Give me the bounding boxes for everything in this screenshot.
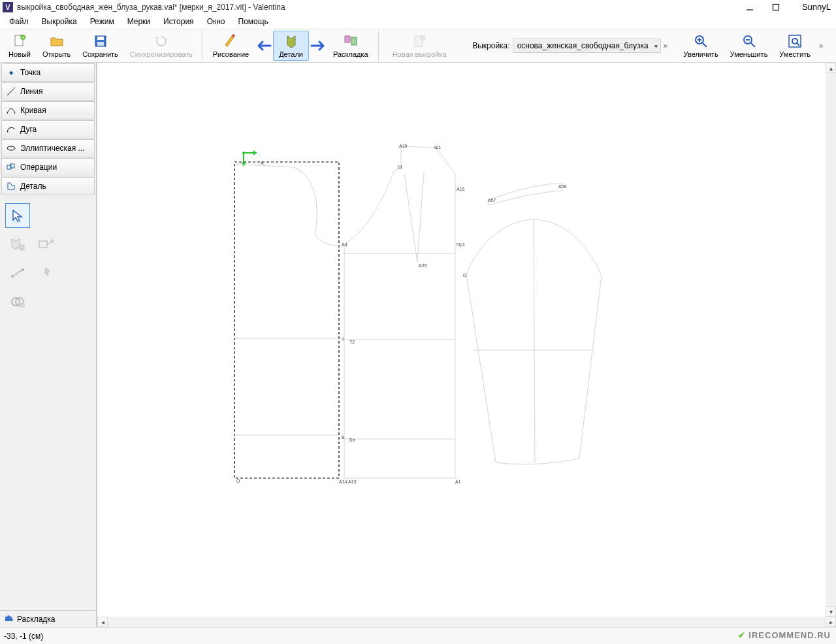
menu-bar: Файл Выкройка Режим Мерки История Окно П… (0, 14, 836, 29)
open-label: Открыть (42, 50, 71, 58)
scroll-left-icon[interactable]: ◂ (97, 617, 108, 627)
sync-button[interactable]: Синхронизировать (124, 31, 199, 61)
lbl-A57: A57 (488, 198, 496, 202)
tool-tab-point[interactable]: ● Точка (1, 63, 95, 82)
tool-sidebar: ● Точка Линия Кривая Дуга Эллиптическая … (0, 63, 97, 627)
tool-tab-ops[interactable]: Операции (1, 158, 95, 176)
save-icon (93, 33, 108, 49)
zoom-fit-button[interactable]: Уместить (773, 31, 816, 61)
menu-file[interactable]: Файл (3, 16, 35, 27)
maximize-button[interactable] (763, 0, 789, 14)
zoom-out-icon (741, 33, 757, 49)
pattern-combo[interactable]: основа_женская_свободная_блузка (513, 39, 661, 53)
new-pattern-label: Новая выкройка (393, 50, 447, 58)
pencil-icon (223, 33, 238, 49)
svg-text:+: + (421, 35, 425, 41)
drawing-label: Рисование (213, 50, 249, 58)
curve-icon (6, 105, 16, 116)
tool-tab-arc[interactable]: Дуга (1, 120, 95, 138)
zoom-in-button[interactable]: Увеличить (678, 31, 724, 61)
status-coords: -33, -1 (см) (4, 632, 43, 641)
detail-icon (6, 181, 16, 191)
tool-tab-detail[interactable]: Деталь (1, 177, 95, 195)
scroll-down-icon[interactable]: ▾ (826, 606, 836, 617)
menu-pattern[interactable]: Выкройка (35, 16, 84, 27)
new-pattern-button[interactable]: + Новая выкройка (387, 31, 453, 60)
lbl-A19: A19 (399, 144, 407, 148)
details-label: Детали (279, 50, 303, 58)
sync-icon (153, 33, 169, 49)
tab-line-label: Линия (20, 87, 42, 96)
save-button[interactable]: Сохранить (76, 31, 124, 61)
save-label: Сохранить (82, 50, 118, 58)
vertical-scrollbar[interactable]: ▴ ▾ (826, 63, 836, 617)
scroll-up-icon[interactable]: ▴ (826, 63, 836, 73)
add-piece-tool[interactable]: + (5, 232, 30, 257)
open-folder-icon (49, 33, 65, 49)
details-stage-button[interactable]: Детали (273, 31, 309, 61)
tab-elliptic-label: Эллиптическая ... (20, 144, 85, 153)
workspace: ● Точка Линия Кривая Дуга Эллиптическая … (0, 63, 836, 627)
svg-rect-9 (351, 37, 357, 45)
svg-line-23 (7, 88, 15, 95)
lbl-V: В (342, 435, 345, 440)
lbl-A14: А14 (339, 479, 347, 484)
path-tool[interactable] (5, 261, 30, 285)
new-pattern-icon: + (411, 33, 427, 49)
menu-mode[interactable]: Режим (84, 16, 121, 27)
tab-curve-label: Кривая (20, 106, 46, 115)
svg-point-24 (7, 146, 15, 150)
title-bar: V выкройка_свободная_жен_блуза_рукав.val… (0, 0, 836, 14)
new-button[interactable]: + Новый (3, 31, 37, 61)
seam-tool[interactable] (34, 232, 59, 257)
layout-label: Раскладка (333, 50, 368, 58)
svg-point-31 (11, 275, 14, 278)
svg-text:+: + (22, 35, 25, 40)
ops-icon (6, 162, 16, 172)
minimize-button[interactable] (737, 0, 763, 14)
tool-palette: + + (5, 203, 91, 314)
zoom-out-label: Уменьшить (730, 50, 768, 58)
svg-line-50 (534, 219, 535, 462)
pin-tool[interactable] (34, 261, 59, 285)
menu-help[interactable]: Помощь (232, 16, 275, 27)
zoom-out-button[interactable]: Уменьшить (724, 31, 774, 61)
tool-tab-line[interactable]: Линия (1, 82, 95, 101)
zoom-toolbar-overflow[interactable]: » (816, 31, 826, 61)
drawing-canvas[interactable]: ▴ ▾ (97, 63, 836, 617)
watermark: ✔ IRECOMMEND.RU (738, 630, 831, 640)
open-button[interactable]: Открыть (37, 31, 76, 61)
scroll-right-icon[interactable]: ▸ (826, 617, 836, 627)
lbl-Sh1: Ш1 (434, 145, 441, 150)
lbl-Vp: Бп (349, 438, 355, 442)
lbl-Sh: Ш (398, 165, 402, 169)
lbl-A15: A15 (457, 187, 464, 191)
tool-tab-curve[interactable]: Кривая (1, 101, 95, 120)
lbl-A: А (261, 161, 264, 165)
horizontal-scrollbar[interactable]: ◂ ▸ (97, 617, 836, 627)
menu-window[interactable]: Окно (201, 16, 232, 27)
menu-measurements[interactable]: Мерки (121, 16, 157, 27)
tool-tab-elliptic[interactable]: Эллиптическая ... (1, 139, 95, 157)
app-icon: V (3, 2, 13, 12)
menu-history[interactable]: История (157, 16, 201, 27)
lbl-O2: О (236, 479, 240, 483)
tab-ops-label: Операции (20, 163, 57, 172)
layout-stage-button[interactable]: Раскладка (327, 31, 374, 61)
new-label: Новый (8, 50, 31, 58)
svg-text:+: + (20, 244, 23, 251)
tab-point-label: Точка (20, 68, 40, 77)
lbl-T2: Т2 (349, 340, 355, 344)
sidebar-footer-label: Раскладка (17, 615, 56, 624)
union-tool[interactable]: + (5, 289, 30, 314)
svg-text:+: + (21, 302, 24, 308)
drawing-stage-button[interactable]: Рисование (207, 31, 255, 61)
toolbar-overflow[interactable]: » (661, 41, 670, 50)
zoom-in-icon (693, 33, 709, 49)
elliptic-icon (6, 143, 16, 153)
sidebar-footer-layout[interactable]: Раскладка (0, 610, 96, 627)
lbl-T: Т (342, 337, 344, 342)
layout-icon (343, 33, 359, 49)
svg-rect-40 (234, 162, 339, 478)
pointer-tool[interactable] (5, 203, 30, 228)
